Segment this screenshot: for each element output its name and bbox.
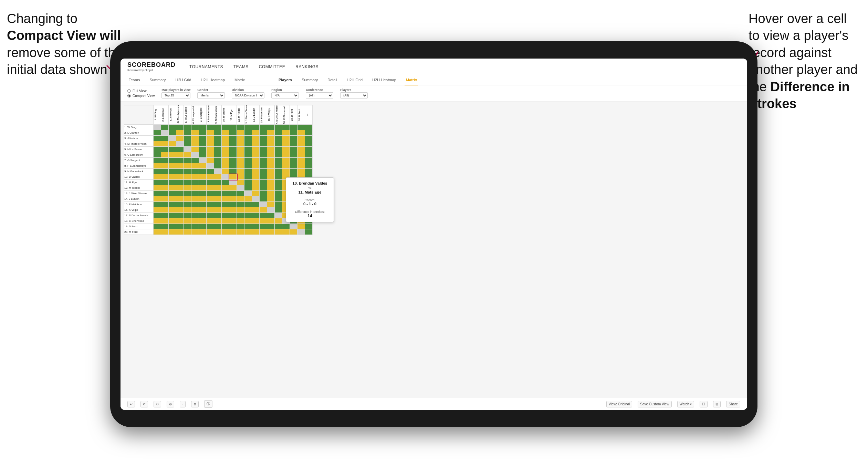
- matrix-cell[interactable]: [275, 185, 282, 191]
- reset-button[interactable]: ↻: [154, 401, 161, 407]
- matrix-cell[interactable]: [275, 136, 282, 141]
- matrix-cell[interactable]: [229, 141, 237, 147]
- matrix-cell[interactable]: [222, 224, 229, 229]
- matrix-cell[interactable]: [207, 147, 214, 152]
- matrix-cell[interactable]: [214, 196, 222, 202]
- matrix-cell[interactable]: [260, 174, 267, 180]
- matrix-cell[interactable]: [244, 141, 252, 147]
- matrix-cell[interactable]: [207, 130, 214, 136]
- matrix-cell[interactable]: [207, 174, 214, 180]
- matrix-cell[interactable]: [154, 169, 161, 174]
- matrix-container[interactable]: 1. W Ding 2. L Clanton 3. J Koivun 4. M …: [121, 102, 747, 398]
- matrix-cell[interactable]: [154, 130, 161, 136]
- matrix-cell[interactable]: [176, 147, 184, 152]
- matrix-cell[interactable]: [267, 218, 275, 224]
- matrix-cell[interactable]: [252, 147, 260, 152]
- region-select[interactable]: N/A: [271, 92, 299, 98]
- matrix-cell[interactable]: [275, 152, 282, 158]
- matrix-cell[interactable]: [176, 191, 184, 196]
- matrix-cell[interactable]: [244, 136, 252, 141]
- matrix-cell[interactable]: [244, 163, 252, 169]
- matrix-cell[interactable]: [184, 185, 191, 191]
- matrix-cell[interactable]: [222, 163, 229, 169]
- matrix-cell[interactable]: [229, 185, 237, 191]
- matrix-cell[interactable]: [214, 163, 222, 169]
- matrix-cell[interactable]: [290, 141, 297, 147]
- matrix-cell[interactable]: [191, 196, 199, 202]
- matrix-cell[interactable]: [237, 130, 244, 136]
- matrix-cell[interactable]: [169, 218, 176, 224]
- matrix-cell[interactable]: [297, 169, 305, 174]
- matrix-cell[interactable]: [214, 169, 222, 174]
- matrix-cell[interactable]: [207, 158, 214, 163]
- tab-h2h-heatmap[interactable]: H2H Heatmap: [199, 75, 226, 85]
- matrix-cell[interactable]: [207, 224, 214, 229]
- matrix-cell[interactable]: [222, 180, 229, 185]
- matrix-cell[interactable]: [275, 202, 282, 207]
- matrix-cell[interactable]: [260, 224, 267, 229]
- matrix-cell[interactable]: [252, 196, 260, 202]
- watch-button[interactable]: Watch ▾: [677, 401, 694, 407]
- matrix-cell[interactable]: [169, 202, 176, 207]
- matrix-cell[interactable]: [176, 218, 184, 224]
- matrix-cell[interactable]: [260, 218, 267, 224]
- matrix-cell[interactable]: [176, 213, 184, 218]
- matrix-cell[interactable]: [305, 169, 313, 174]
- matrix-cell[interactable]: [207, 196, 214, 202]
- matrix-cell[interactable]: [154, 174, 161, 180]
- matrix-cell[interactable]: [282, 158, 290, 163]
- matrix-cell[interactable]: [275, 147, 282, 152]
- matrix-cell[interactable]: [169, 130, 176, 136]
- matrix-cell[interactable]: [191, 224, 199, 229]
- zoom-out-button[interactable]: ⊖: [167, 401, 174, 407]
- matrix-cell[interactable]: [191, 191, 199, 196]
- matrix-cell[interactable]: [252, 174, 260, 180]
- matrix-cell[interactable]: [244, 213, 252, 218]
- tab-p-summary[interactable]: Summary: [300, 75, 319, 85]
- matrix-cell[interactable]: [161, 213, 169, 218]
- matrix-cell[interactable]: [267, 163, 275, 169]
- matrix-cell[interactable]: [267, 229, 275, 235]
- tab-matrix[interactable]: Matrix: [233, 75, 246, 85]
- matrix-cell[interactable]: [154, 180, 161, 185]
- matrix-cell[interactable]: [297, 163, 305, 169]
- matrix-cell[interactable]: [244, 158, 252, 163]
- matrix-cell[interactable]: [260, 136, 267, 141]
- matrix-cell[interactable]: [222, 136, 229, 141]
- matrix-cell[interactable]: [244, 169, 252, 174]
- matrix-cell[interactable]: [252, 213, 260, 218]
- matrix-cell[interactable]: [169, 141, 176, 147]
- matrix-cell[interactable]: [161, 218, 169, 224]
- matrix-cell[interactable]: [244, 130, 252, 136]
- matrix-cell[interactable]: [169, 147, 176, 152]
- matrix-cell[interactable]: [244, 185, 252, 191]
- matrix-cell[interactable]: [229, 224, 237, 229]
- gender-select[interactable]: Men's: [197, 92, 225, 98]
- matrix-cell[interactable]: [244, 174, 252, 180]
- matrix-cell[interactable]: [214, 174, 222, 180]
- view-original-button[interactable]: View: Original: [606, 401, 632, 407]
- matrix-cell[interactable]: [154, 141, 161, 147]
- matrix-cell[interactable]: [222, 152, 229, 158]
- matrix-cell[interactable]: [161, 152, 169, 158]
- matrix-cell[interactable]: [244, 147, 252, 152]
- matrix-cell[interactable]: [229, 196, 237, 202]
- max-players-select[interactable]: Top 25: [161, 92, 190, 98]
- matrix-cell[interactable]: [260, 191, 267, 196]
- matrix-cell[interactable]: [214, 141, 222, 147]
- nav-teams[interactable]: TEAMS: [233, 64, 249, 69]
- matrix-cell[interactable]: [214, 213, 222, 218]
- matrix-cell[interactable]: [161, 147, 169, 152]
- matrix-cell[interactable]: [222, 213, 229, 218]
- matrix-cell[interactable]: [214, 130, 222, 136]
- matrix-cell[interactable]: [237, 196, 244, 202]
- matrix-cell[interactable]: [222, 218, 229, 224]
- nav-rankings[interactable]: RANKINGS: [295, 64, 318, 69]
- matrix-cell[interactable]: [161, 130, 169, 136]
- matrix-cell[interactable]: [267, 169, 275, 174]
- matrix-cell[interactable]: [169, 152, 176, 158]
- matrix-cell[interactable]: [229, 202, 237, 207]
- tab-p-detail[interactable]: Detail: [326, 75, 338, 85]
- matrix-cell[interactable]: [222, 158, 229, 163]
- matrix-cell[interactable]: [161, 180, 169, 185]
